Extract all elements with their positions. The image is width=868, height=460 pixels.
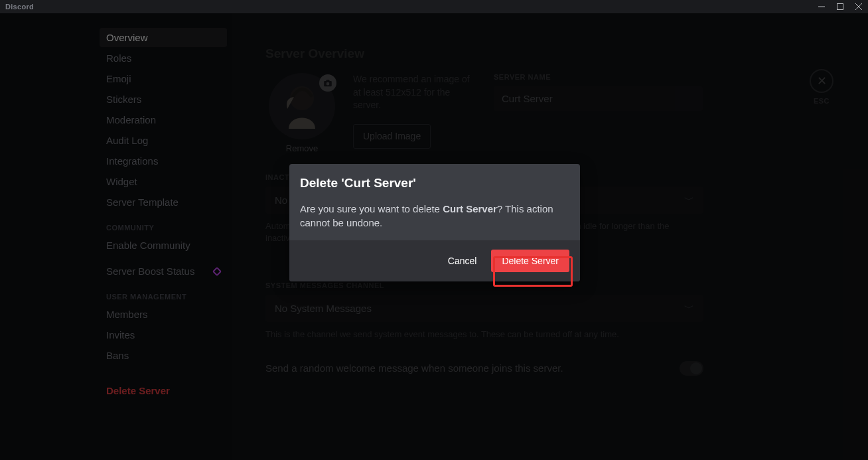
modal-body-servername: Curt Server	[443, 203, 497, 214]
titlebar: Discord	[0, 0, 868, 13]
svg-rect-1	[837, 4, 843, 10]
maximize-icon	[837, 3, 843, 10]
cancel-button[interactable]: Cancel	[448, 256, 477, 266]
modal-title: Delete 'Curt Server'	[300, 175, 569, 192]
window-maximize-button[interactable]	[831, 0, 849, 13]
window-controls	[812, 0, 868, 13]
close-icon	[855, 3, 862, 10]
app-window: Discord Overview Roles Emoji Stickers Mo…	[0, 0, 868, 460]
delete-server-button[interactable]: Delete Server	[491, 250, 569, 272]
window-close-button[interactable]	[849, 0, 868, 13]
window-minimize-button[interactable]	[812, 0, 831, 13]
minimize-icon	[818, 3, 825, 10]
modal-body-text: Are you sure you want to delete Curt Ser…	[300, 202, 569, 230]
app-brand: Discord	[5, 3, 34, 11]
modal-body-prefix: Are you sure you want to delete	[300, 203, 443, 214]
delete-server-modal: Delete 'Curt Server' Are you sure you wa…	[289, 164, 580, 281]
